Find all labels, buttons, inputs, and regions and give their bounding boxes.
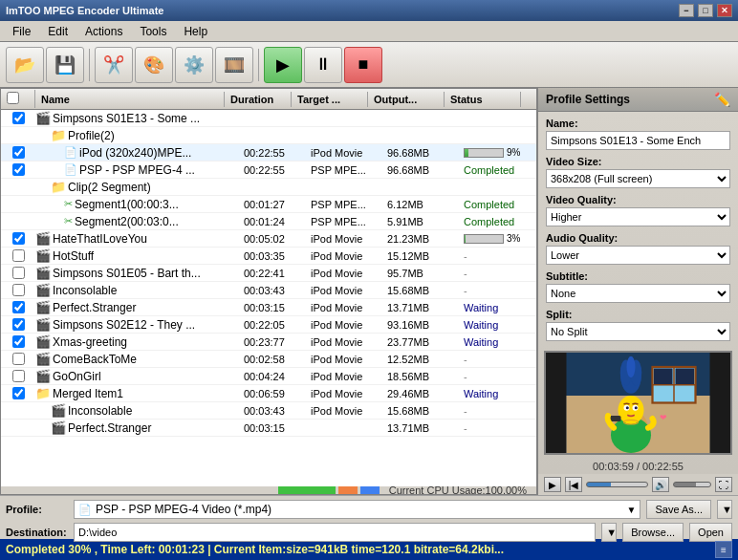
- maximize-button[interactable]: □: [698, 4, 713, 17]
- menu-tools[interactable]: Tools: [131, 22, 175, 41]
- col-output-header[interactable]: Output...: [368, 92, 445, 107]
- volume-slider[interactable]: [673, 482, 711, 487]
- play-button[interactable]: ▶: [544, 477, 561, 492]
- browse-button[interactable]: Browse...: [622, 523, 684, 542]
- row-checkbox-10[interactable]: [1, 267, 35, 279]
- row-target-16: iPod Movie: [307, 371, 383, 382]
- progress-bar: [464, 148, 504, 158]
- row-target-13: iPod Movie: [307, 319, 383, 331]
- video-icon: 🎬: [35, 352, 51, 366]
- settings-button[interactable]: ⚙️: [175, 47, 213, 83]
- toolbar-sep1: [89, 49, 90, 81]
- row-checkbox-3[interactable]: [1, 146, 35, 159]
- video-size-select[interactable]: 368x208 (Full screen) 320x240 480x360: [546, 169, 730, 188]
- video-icon: 🎬: [35, 248, 51, 263]
- col-status-header[interactable]: Status: [445, 92, 521, 107]
- row-checkbox-13[interactable]: [1, 318, 35, 331]
- row-status-7: Completed: [460, 216, 536, 227]
- split-button[interactable]: 🎞️: [215, 47, 253, 83]
- minimize-button[interactable]: −: [679, 4, 694, 17]
- cpu-bar: Current CPU Usage:100.00%: [1, 486, 536, 494]
- seek-back-button[interactable]: |◀: [565, 477, 582, 492]
- row-checkbox-16[interactable]: [1, 370, 35, 382]
- edit-icon[interactable]: ✏️: [714, 92, 730, 107]
- row-name-9: 🎬 HotStuff: [35, 248, 240, 263]
- save-as-button[interactable]: Save As...: [646, 500, 711, 519]
- table-row: 📄 iPod (320x240)MPE... 00:22:55 iPod Mov…: [1, 144, 536, 162]
- profile-settings-header: Profile Settings ✏️: [538, 88, 738, 112]
- row-status-6: Completed: [460, 199, 536, 210]
- file-rows[interactable]: 🎬 Simpsons S01E13 - Some ... 📁 Profile(2…: [1, 110, 536, 486]
- row-name-14: 🎬 Xmas-greeting: [35, 334, 240, 349]
- open-button[interactable]: 📂: [6, 47, 44, 83]
- save-as-dropdown[interactable]: ▼: [717, 500, 732, 519]
- table-row: 🎬 HotStuff 00:03:35 iPod Movie 15.12MB -: [1, 248, 536, 265]
- convert-button[interactable]: ▶: [264, 47, 302, 83]
- table-row: 📁 Profile(2): [1, 127, 536, 144]
- row-checkbox-14[interactable]: [1, 335, 35, 348]
- row-checkbox-8[interactable]: [1, 232, 35, 245]
- video-size-label: Video Size:: [546, 156, 730, 167]
- select-all-checkbox[interactable]: [7, 92, 19, 104]
- audio-quality-setting: Audio Quality: Lower Low Medium High: [546, 232, 730, 265]
- save-button[interactable]: 💾: [46, 47, 84, 83]
- name-setting: Name:: [546, 118, 730, 150]
- video-icon: 🎬: [35, 283, 51, 297]
- table-row: 🎬 ComeBackToMe 00:02:58 iPod Movie 12.52…: [1, 351, 536, 368]
- row-checkbox-4[interactable]: [1, 163, 35, 176]
- name-input[interactable]: [546, 131, 730, 150]
- col-target-header[interactable]: Target ...: [292, 92, 368, 107]
- row-name-12: 🎬 Perfect.Stranger: [35, 300, 240, 314]
- row-target-10: iPod Movie: [307, 268, 383, 279]
- row-checkbox-9[interactable]: [1, 249, 35, 262]
- statusbar-icon-button[interactable]: ≡: [715, 541, 732, 558]
- row-output-19: 13.71MB: [383, 422, 460, 434]
- row-checkbox-17[interactable]: [1, 387, 35, 399]
- titlebar-controls: − □ ✕: [679, 4, 732, 17]
- volume-icon[interactable]: 🔊: [652, 477, 669, 492]
- subtitle-label: Subtitle:: [546, 270, 730, 282]
- stop-button[interactable]: ■: [344, 47, 382, 83]
- close-button[interactable]: ✕: [717, 4, 732, 17]
- row-target-8: iPod Movie: [307, 233, 383, 245]
- row-duration-18: 00:03:43: [240, 405, 307, 417]
- column-header: Name Duration Target ... Output... Statu…: [1, 89, 536, 110]
- folder-icon: 📁: [35, 386, 51, 400]
- effects-button[interactable]: 🎨: [135, 47, 173, 83]
- row-checkbox-12[interactable]: [1, 301, 35, 313]
- col-duration-header[interactable]: Duration: [225, 92, 292, 107]
- table-row: 📁 Clip(2 Segment): [1, 179, 536, 196]
- pause-button[interactable]: ⏸: [304, 47, 342, 83]
- split-icon: 🎞️: [224, 54, 245, 75]
- split-select[interactable]: No Split Split by size Split by time: [546, 322, 730, 341]
- row-output-8: 21.23MB: [383, 233, 460, 245]
- row-checkbox-1[interactable]: [1, 112, 35, 124]
- destination-input[interactable]: [74, 523, 596, 542]
- open-button[interactable]: Open: [689, 523, 732, 542]
- destination-dropdown[interactable]: ▼: [601, 523, 617, 542]
- menu-actions[interactable]: Actions: [76, 22, 131, 41]
- seek-slider[interactable]: [586, 482, 648, 487]
- fullscreen-button[interactable]: ⛶: [715, 477, 732, 492]
- row-status-16: -: [460, 371, 536, 382]
- toolbar: 📂 💾 ✂️ 🎨 ⚙️ 🎞️ ▶ ⏸ ■: [0, 42, 738, 88]
- progress-fill: [465, 149, 468, 157]
- progress-fill: [465, 235, 466, 243]
- row-status-8: 3%: [460, 233, 536, 244]
- cut-button[interactable]: ✂️: [95, 47, 133, 83]
- table-row: 🎬 HateThatILoveYou 00:05:02 iPod Movie 2…: [1, 230, 536, 248]
- svg-point-18: [626, 406, 629, 409]
- menu-help[interactable]: Help: [175, 22, 216, 41]
- row-checkbox-15[interactable]: [1, 353, 35, 365]
- profile-label: Profile:: [6, 504, 68, 515]
- menu-edit[interactable]: Edit: [39, 22, 76, 41]
- profile-combo[interactable]: 📄 PSP - PSP MPEG-4 Video (*.mp4) ▼: [74, 500, 640, 519]
- subtitle-select[interactable]: None Subtitle 1: [546, 284, 730, 303]
- col-name-header[interactable]: Name: [35, 92, 225, 107]
- table-row: ✂ Segment2(00:03:0... 00:01:24 PSP MPE..…: [1, 213, 536, 230]
- audio-quality-select[interactable]: Lower Low Medium High: [546, 246, 730, 265]
- row-duration-12: 00:03:15: [240, 302, 307, 313]
- menu-file[interactable]: File: [4, 22, 39, 41]
- row-checkbox-11[interactable]: [1, 284, 35, 296]
- video-quality-select[interactable]: Higher High Medium Low: [546, 207, 730, 226]
